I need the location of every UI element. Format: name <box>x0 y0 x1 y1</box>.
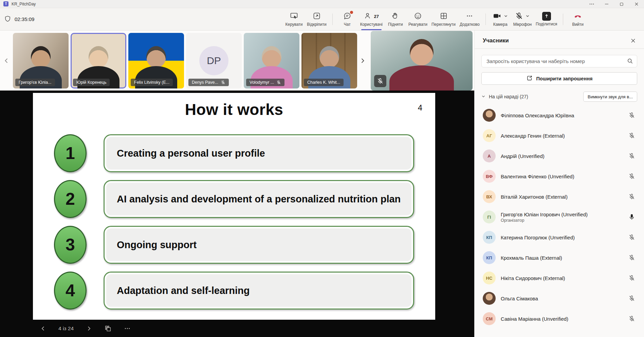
slide-steps: 1Creating a personal user profile2AI ana… <box>33 134 435 310</box>
mic-off-icon[interactable] <box>628 315 635 322</box>
avatar: ГІ <box>483 211 496 223</box>
slide-next-button[interactable] <box>86 325 92 332</box>
participant-video <box>319 46 339 68</box>
step-number-circle: 3 <box>54 226 87 264</box>
window-title: KR_PitchDay <box>12 2 36 6</box>
spotlight-video-tile[interactable] <box>371 31 473 91</box>
raised-hand-icon <box>391 12 399 21</box>
participant-row[interactable]: ГІГригор'єв Юліан Ігорович (Unverified)О… <box>475 207 644 227</box>
step-text-box: AI analysis and development of a persona… <box>104 180 414 218</box>
mic-off-icon[interactable] <box>628 193 635 200</box>
titlebar: T KR_PitchDay <box>0 0 644 8</box>
share-label: Поділитися <box>536 22 557 26</box>
mic-off-icon[interactable] <box>628 275 635 281</box>
video-tile[interactable]: Volodymyr ... <box>244 33 299 88</box>
restore-button[interactable] <box>614 0 629 8</box>
avatar: СМ <box>483 312 496 325</box>
toolbar-separator <box>485 14 486 25</box>
leave-button[interactable]: Вийти <box>567 9 588 29</box>
share-invite-button[interactable]: Поширити запрошення <box>481 72 637 85</box>
titlebar-more-icon[interactable] <box>584 0 599 8</box>
participant-name: Віталій Харитонов (External) <box>501 194 623 200</box>
chat-label: Чат <box>344 22 351 27</box>
avatar <box>483 292 496 305</box>
video-tile[interactable]: DPDenys Pave... <box>186 33 242 88</box>
participant-row[interactable]: ВФВалентина Філенко (Unverified) <box>475 166 644 186</box>
tile-participant-name: Charles K. Whit... <box>307 80 340 85</box>
mic-chevron-icon[interactable] <box>526 14 530 19</box>
video-tile[interactable]: Felix Litvinsky (E... <box>128 33 184 88</box>
mic-on-icon[interactable] <box>628 214 635 220</box>
mic-off-icon[interactable] <box>628 132 635 139</box>
participant-name: Александр Генин (External) <box>501 133 623 139</box>
participant-row[interactable]: Філіппова Олександра Юріївна <box>475 105 644 125</box>
tile-name-label: Denys Pave... <box>188 79 229 86</box>
step-number-circle: 2 <box>54 180 87 218</box>
mic-muted-icon <box>515 12 523 21</box>
minimize-button[interactable] <box>599 0 614 8</box>
mic-off-icon[interactable] <box>628 153 635 159</box>
slide-prev-button[interactable] <box>40 325 46 332</box>
participant-row[interactable]: НСНікіта Сидорович (External) <box>475 268 644 288</box>
avatar: КП <box>483 251 496 264</box>
camera-chevron-icon[interactable] <box>504 14 508 19</box>
participant-row[interactable]: ВХВіталій Харитонов (External) <box>475 186 644 207</box>
step-text-box: Adaptation and self-learning <box>104 272 414 310</box>
react-button[interactable]: Реагувати <box>407 9 429 29</box>
mic-off-icon[interactable] <box>628 234 635 241</box>
step-text-box: Ongoing support <box>104 226 414 264</box>
video-tile[interactable]: Юрій Коренець <box>71 33 126 88</box>
hangup-icon <box>573 12 583 21</box>
mute-all-button[interactable]: Вимкнути звук для в... <box>583 92 637 102</box>
video-tile[interactable]: Charles K. Whit... <box>301 33 357 88</box>
mic-off-icon[interactable] <box>628 295 635 302</box>
camera-on-icon <box>493 12 501 21</box>
view-button[interactable]: Переглянути <box>430 9 457 29</box>
panel-close-icon[interactable] <box>630 38 636 43</box>
participant-row[interactable]: Ольга Сімакова <box>475 288 644 309</box>
manage-button[interactable]: Керувати <box>283 9 305 29</box>
mic-button[interactable]: Мікрофон <box>512 9 533 29</box>
filmstrip-next-button[interactable] <box>357 31 368 91</box>
tile-name-label: Юрій Коренець <box>73 79 110 86</box>
camera-button[interactable]: Камера <box>490 9 511 29</box>
invite-search-input[interactable] <box>481 55 637 67</box>
participant-row[interactable]: КПКрохмаль Паша (External) <box>475 247 644 268</box>
mic-off-icon[interactable] <box>628 173 635 180</box>
mic-off-icon[interactable] <box>628 112 635 119</box>
participant-name: Андрій (Unverified) <box>501 153 623 159</box>
filmstrip-prev-button[interactable] <box>0 31 13 91</box>
section-chevron-icon[interactable] <box>481 94 485 99</box>
slide-step-row: 1Creating a personal user profile <box>54 134 414 172</box>
participant-name: Нікіта Сидорович (External) <box>501 275 623 281</box>
participant-row[interactable]: СМСавіна Маріанна (Unverified) <box>475 309 644 329</box>
more-button[interactable]: Додатково <box>458 9 481 29</box>
unpin-button[interactable]: Відкріпити <box>305 9 328 29</box>
tile-participant-name: Григор'єв Юліа... <box>19 80 52 85</box>
participant-row[interactable]: ААндрій (Unverified) <box>475 146 644 166</box>
people-label: Користувачі <box>360 22 383 27</box>
slide-navigation-bar: 4 із 24 <box>0 320 474 337</box>
people-button[interactable]: 27 Користувачі <box>358 9 384 29</box>
participant-row[interactable]: АГАлександр Генин (External) <box>475 125 644 146</box>
video-tile[interactable]: Григор'єв Юліа... <box>13 33 69 88</box>
meeting-toolbar: 02:35:09 Керувати Відкріпити <box>0 8 644 31</box>
panel-title: Учасники <box>483 37 509 44</box>
chat-button[interactable]: Чат <box>337 9 358 29</box>
raise-hand-button[interactable]: Підняти <box>385 9 406 29</box>
slide-more-icon[interactable] <box>124 325 131 332</box>
participant-row[interactable]: КПКатерина Погорлюк (Unverified) <box>475 227 644 247</box>
timer-value: 02:35:09 <box>15 16 34 22</box>
participant-name: Катерина Погорлюк (Unverified) <box>501 235 623 240</box>
participant-role: Організатор <box>501 218 623 223</box>
participant-name: Савіна Маріанна (Unverified) <box>501 316 623 322</box>
mic-off-icon[interactable] <box>628 254 635 261</box>
shared-slide: How it works 4 1Creating a personal user… <box>33 93 435 320</box>
mic-off-icon <box>221 80 225 85</box>
close-button[interactable] <box>629 0 644 8</box>
raise-hand-label: Підняти <box>388 22 403 27</box>
slide-sorter-icon[interactable] <box>104 325 112 332</box>
toolbar-separator <box>563 14 563 25</box>
share-button[interactable]: Поділитися <box>534 9 559 29</box>
presentation-stage: How it works 4 1Creating a personal user… <box>0 91 474 337</box>
